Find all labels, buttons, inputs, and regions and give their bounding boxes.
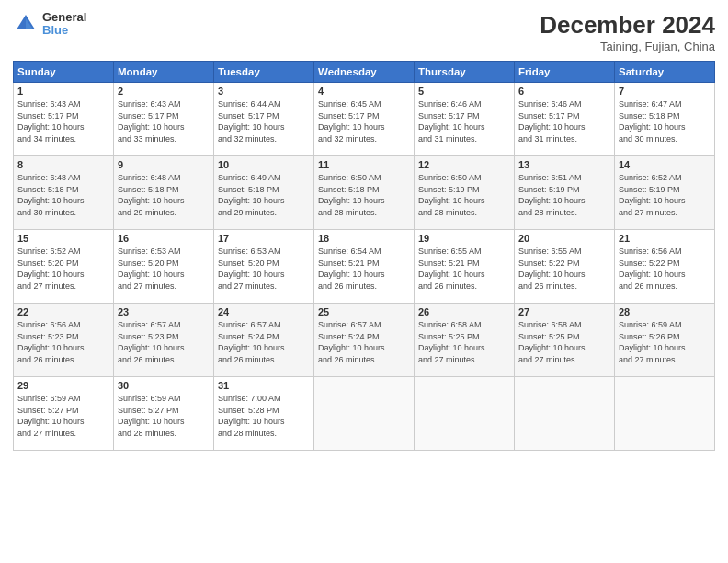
day-number: 26 (418, 306, 510, 317)
table-row: 11 Sunrise: 6:50 AM Sunset: 5:18 PM Dayl… (314, 156, 415, 230)
day-info: Sunrise: 6:46 AM Sunset: 5:17 PM Dayligh… (518, 98, 610, 144)
table-row: 4 Sunrise: 6:45 AM Sunset: 5:17 PM Dayli… (314, 83, 415, 156)
calendar-week-row: 8 Sunrise: 6:48 AM Sunset: 5:18 PM Dayli… (14, 156, 715, 230)
day-info: Sunrise: 6:59 AM Sunset: 5:27 PM Dayligh… (118, 393, 210, 439)
calendar-body: 1 Sunrise: 6:43 AM Sunset: 5:17 PM Dayli… (14, 83, 715, 451)
table-row: 16 Sunrise: 6:53 AM Sunset: 5:20 PM Dayl… (114, 230, 214, 304)
table-row: 6 Sunrise: 6:46 AM Sunset: 5:17 PM Dayli… (515, 83, 615, 156)
logo-text: General Blue (42, 11, 86, 38)
day-number: 7 (619, 86, 711, 97)
day-info: Sunrise: 6:52 AM Sunset: 5:19 PM Dayligh… (619, 172, 711, 218)
day-number: 15 (17, 233, 109, 244)
day-info: Sunrise: 6:55 AM Sunset: 5:22 PM Dayligh… (518, 246, 610, 292)
table-row: 19 Sunrise: 6:55 AM Sunset: 5:21 PM Dayl… (415, 230, 515, 304)
calendar-week-row: 22 Sunrise: 6:56 AM Sunset: 5:23 PM Dayl… (14, 304, 715, 377)
header: General Blue December 2024 Taining, Fuji… (13, 11, 715, 53)
table-row: 21 Sunrise: 6:56 AM Sunset: 5:22 PM Dayl… (615, 230, 715, 304)
calendar-table: Sunday Monday Tuesday Wednesday Thursday… (13, 61, 715, 451)
header-friday: Friday (515, 62, 615, 83)
table-row: 7 Sunrise: 6:47 AM Sunset: 5:18 PM Dayli… (615, 83, 715, 156)
table-row: 17 Sunrise: 6:53 AM Sunset: 5:20 PM Dayl… (214, 230, 314, 304)
day-info: Sunrise: 6:51 AM Sunset: 5:19 PM Dayligh… (518, 172, 610, 218)
day-number: 31 (218, 380, 310, 391)
page: General Blue December 2024 Taining, Fuji… (0, 0, 728, 563)
table-row (314, 377, 415, 451)
logo-line1: General (42, 11, 86, 24)
day-number: 11 (318, 159, 410, 170)
day-number: 3 (218, 86, 310, 97)
table-row: 2 Sunrise: 6:43 AM Sunset: 5:17 PM Dayli… (114, 83, 214, 156)
day-number: 21 (619, 233, 711, 244)
weekday-header-row: Sunday Monday Tuesday Wednesday Thursday… (14, 62, 715, 83)
table-row (515, 377, 615, 451)
table-row: 9 Sunrise: 6:48 AM Sunset: 5:18 PM Dayli… (114, 156, 214, 230)
table-row: 13 Sunrise: 6:51 AM Sunset: 5:19 PM Dayl… (515, 156, 615, 230)
day-info: Sunrise: 6:56 AM Sunset: 5:23 PM Dayligh… (17, 319, 109, 365)
calendar-week-row: 1 Sunrise: 6:43 AM Sunset: 5:17 PM Dayli… (14, 83, 715, 156)
day-number: 28 (619, 306, 711, 317)
day-info: Sunrise: 6:58 AM Sunset: 5:25 PM Dayligh… (518, 319, 610, 365)
day-info: Sunrise: 6:50 AM Sunset: 5:19 PM Dayligh… (418, 172, 510, 218)
day-number: 12 (418, 159, 510, 170)
day-info: Sunrise: 6:46 AM Sunset: 5:17 PM Dayligh… (418, 98, 510, 144)
day-number: 20 (518, 233, 610, 244)
day-number: 29 (17, 380, 109, 391)
table-row (615, 377, 715, 451)
day-info: Sunrise: 6:52 AM Sunset: 5:20 PM Dayligh… (17, 246, 109, 292)
table-row: 29 Sunrise: 6:59 AM Sunset: 5:27 PM Dayl… (14, 377, 114, 451)
day-number: 4 (318, 86, 410, 97)
day-number: 25 (318, 306, 410, 317)
day-number: 27 (518, 306, 610, 317)
table-row: 14 Sunrise: 6:52 AM Sunset: 5:19 PM Dayl… (615, 156, 715, 230)
logo: General Blue (13, 11, 86, 38)
table-row: 18 Sunrise: 6:54 AM Sunset: 5:21 PM Dayl… (314, 230, 415, 304)
day-number: 10 (218, 159, 310, 170)
day-number: 6 (518, 86, 610, 97)
calendar-week-row: 29 Sunrise: 6:59 AM Sunset: 5:27 PM Dayl… (14, 377, 715, 451)
day-info: Sunrise: 6:57 AM Sunset: 5:24 PM Dayligh… (218, 319, 310, 365)
header-sunday: Sunday (14, 62, 114, 83)
table-row: 20 Sunrise: 6:55 AM Sunset: 5:22 PM Dayl… (515, 230, 615, 304)
header-saturday: Saturday (615, 62, 715, 83)
calendar-week-row: 15 Sunrise: 6:52 AM Sunset: 5:20 PM Dayl… (14, 230, 715, 304)
table-row: 26 Sunrise: 6:58 AM Sunset: 5:25 PM Dayl… (415, 304, 515, 377)
day-info: Sunrise: 6:47 AM Sunset: 5:18 PM Dayligh… (619, 98, 711, 144)
day-info: Sunrise: 6:53 AM Sunset: 5:20 PM Dayligh… (118, 246, 210, 292)
day-number: 8 (17, 159, 109, 170)
table-row: 27 Sunrise: 6:58 AM Sunset: 5:25 PM Dayl… (515, 304, 615, 377)
day-number: 19 (418, 233, 510, 244)
day-number: 2 (118, 86, 210, 97)
day-info: Sunrise: 6:48 AM Sunset: 5:18 PM Dayligh… (118, 172, 210, 218)
day-number: 13 (518, 159, 610, 170)
calendar-subtitle: Taining, Fujian, China (540, 40, 715, 53)
calendar-header: Sunday Monday Tuesday Wednesday Thursday… (14, 62, 715, 83)
day-number: 9 (118, 159, 210, 170)
table-row: 25 Sunrise: 6:57 AM Sunset: 5:24 PM Dayl… (314, 304, 415, 377)
day-number: 17 (218, 233, 310, 244)
day-number: 16 (118, 233, 210, 244)
table-row: 8 Sunrise: 6:48 AM Sunset: 5:18 PM Dayli… (14, 156, 114, 230)
table-row: 30 Sunrise: 6:59 AM Sunset: 5:27 PM Dayl… (114, 377, 214, 451)
day-info: Sunrise: 6:56 AM Sunset: 5:22 PM Dayligh… (619, 246, 711, 292)
table-row: 10 Sunrise: 6:49 AM Sunset: 5:18 PM Dayl… (214, 156, 314, 230)
day-number: 1 (17, 86, 109, 97)
table-row: 3 Sunrise: 6:44 AM Sunset: 5:17 PM Dayli… (214, 83, 314, 156)
day-info: Sunrise: 6:59 AM Sunset: 5:26 PM Dayligh… (619, 319, 711, 365)
calendar-title: December 2024 (540, 11, 715, 40)
day-number: 30 (118, 380, 210, 391)
day-number: 23 (118, 306, 210, 317)
logo-icon (13, 11, 39, 37)
table-row: 22 Sunrise: 6:56 AM Sunset: 5:23 PM Dayl… (14, 304, 114, 377)
day-number: 24 (218, 306, 310, 317)
day-info: Sunrise: 7:00 AM Sunset: 5:28 PM Dayligh… (218, 393, 310, 439)
day-number: 18 (318, 233, 410, 244)
day-info: Sunrise: 6:58 AM Sunset: 5:25 PM Dayligh… (418, 319, 510, 365)
day-info: Sunrise: 6:53 AM Sunset: 5:20 PM Dayligh… (218, 246, 310, 292)
day-info: Sunrise: 6:50 AM Sunset: 5:18 PM Dayligh… (318, 172, 410, 218)
table-row: 31 Sunrise: 7:00 AM Sunset: 5:28 PM Dayl… (214, 377, 314, 451)
table-row: 23 Sunrise: 6:57 AM Sunset: 5:23 PM Dayl… (114, 304, 214, 377)
header-tuesday: Tuesday (214, 62, 314, 83)
day-number: 14 (619, 159, 711, 170)
header-thursday: Thursday (415, 62, 515, 83)
day-info: Sunrise: 6:55 AM Sunset: 5:21 PM Dayligh… (418, 246, 510, 292)
